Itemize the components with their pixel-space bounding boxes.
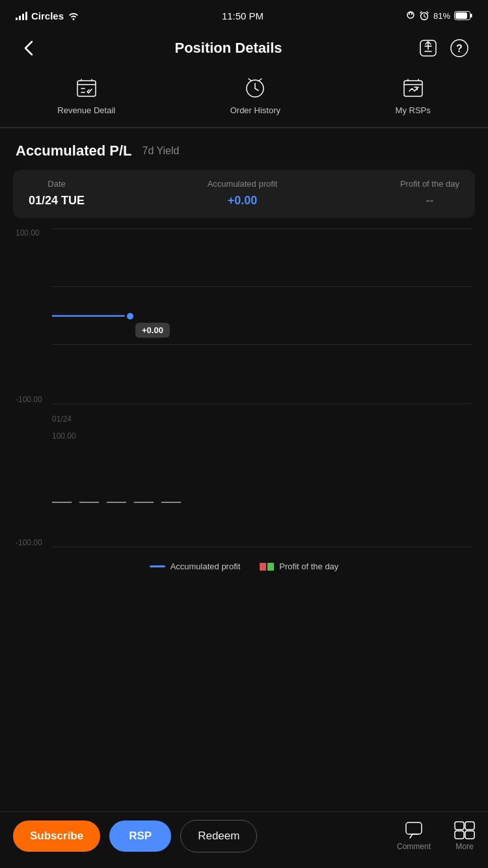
chart-x-label-1: 01/24 [52,414,72,424]
chart-value-below: 100.00 [52,431,76,441]
sub-nav: Revenue Detail Order History My RSPs [0,70,488,128]
svg-rect-13 [455,822,464,830]
date-value: 01/24 TUE [29,194,85,208]
sub-nav-my-rsps[interactable]: My RSPs [396,77,431,115]
dash-3 [107,502,126,503]
svg-rect-14 [465,822,474,830]
back-button[interactable] [16,35,42,61]
legend-bar-green [267,563,274,571]
page-title: Position Details [42,40,415,57]
date-label: Date [47,179,65,189]
svg-text:?: ? [456,43,463,54]
chart-area[interactable]: +0.00 [52,228,472,404]
comment-button[interactable]: Comment [397,821,431,851]
comment-icon [405,821,423,839]
rsp-button[interactable]: RSP [109,821,171,852]
chart-svg [52,228,472,403]
legend-line-icon [150,565,165,567]
chart-legend: Accumulated profit Profit of the day [0,554,488,584]
status-bar: Circles 11:50 PM 81% [0,0,488,29]
second-grid-bottom [52,547,472,547]
svg-rect-10 [404,81,422,96]
header: Position Details ? [0,29,488,70]
legend-bar-red [260,563,266,571]
battery-icon [454,11,472,20]
today-value: -- [426,194,433,208]
grid-line-bot [52,403,472,404]
second-chart: -100.00 [16,450,472,554]
wifi-icon [68,11,79,20]
legend-bars-icon [260,563,274,571]
chart-dot [127,313,133,319]
bottom-bar: Subscribe RSP Redeem Comment More [0,811,488,868]
status-carrier: Circles [16,10,79,21]
data-card: Date 01/24 TUE Accumulated profit +0.00 … [13,170,475,218]
my-rsps-icon [401,77,425,100]
svg-rect-8 [77,81,96,96]
svg-rect-16 [465,831,474,839]
sub-nav-revenue-detail[interactable]: Revenue Detail [57,77,115,115]
dash-1 [52,502,72,503]
today-column: Profit of the day -- [400,179,459,208]
sub-nav-order-history[interactable]: Order History [230,77,280,115]
dash-5 [161,502,181,503]
section-title: Accumulated P/L [16,142,131,159]
alarm-icon [419,10,429,21]
status-battery: 81% [406,10,472,21]
profit-value: +0.00 [228,194,258,208]
chart-x-labels: 01/24 [52,411,472,424]
svg-rect-12 [406,822,422,834]
section-header: Accumulated P/L 7d Yield [0,128,488,170]
today-label: Profit of the day [400,179,459,189]
dash-2 [79,502,99,503]
revenue-detail-icon [75,77,98,100]
more-button[interactable]: More [454,821,475,851]
chart-tooltip: +0.00 [135,323,170,338]
svg-rect-4 [470,14,472,18]
section-subtitle: 7d Yield [142,145,179,157]
status-time: 11:50 PM [222,10,264,21]
legend-profit-day: Profit of the day [260,562,338,571]
bottom-icon-group: Comment More [266,821,475,851]
share-button[interactable] [415,35,441,61]
chart-y-top-label: 100.00 [16,228,40,237]
subscribe-button[interactable]: Subscribe [13,821,100,852]
profit-label: Accumulated profit [208,179,278,189]
second-y-bot-label: -100.00 [16,538,42,547]
legend-accumulated: Accumulated profit [150,562,241,571]
dash-4 [134,502,154,503]
redeem-button[interactable]: Redeem [180,820,257,852]
main-chart: 100.00 +0.00 01/24 100.00 -100.00 [16,228,472,424]
signal-icon [16,12,27,20]
chart-y-bot-label: -100.00 [16,395,42,404]
lock-icon [406,10,415,21]
dashes-line [52,502,472,503]
svg-rect-3 [455,12,467,19]
help-button[interactable]: ? [446,35,472,61]
order-history-icon [243,77,267,100]
date-column: Date 01/24 TUE [29,179,85,208]
profit-column: Accumulated profit +0.00 [208,179,278,208]
more-icon [454,821,475,839]
svg-rect-15 [455,831,464,839]
